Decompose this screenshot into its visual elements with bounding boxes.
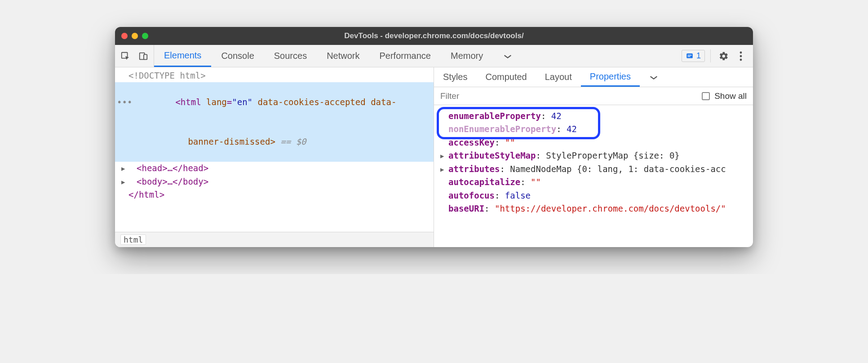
- panel-tabs: Elements Console Sources Network Perform…: [154, 45, 523, 67]
- devtools-window: DevTools - developer.chrome.com/docs/dev…: [115, 27, 753, 247]
- show-all-label: Show all: [714, 91, 747, 101]
- property-name: autocapitalize: [448, 177, 520, 187]
- dom-html-open-cont[interactable]: banner-dismissed> == $0: [115, 122, 434, 162]
- breadcrumb: html: [115, 232, 434, 247]
- issues-count: 1: [696, 51, 701, 61]
- settings-gear-icon[interactable]: [716, 45, 731, 67]
- property-name: nonEnumerableProperty: [448, 124, 556, 134]
- subtabs-overflow-icon[interactable]: [640, 67, 668, 87]
- property-value: 42: [551, 111, 562, 121]
- svg-point-6: [740, 51, 742, 53]
- property-name: autofocus: [448, 190, 495, 200]
- svg-rect-5: [687, 56, 690, 57]
- tab-memory[interactable]: Memory: [441, 45, 493, 67]
- subtab-properties[interactable]: Properties: [581, 67, 640, 87]
- side-panel: Styles Computed Layout Properties Show a…: [434, 67, 753, 247]
- minimize-window-button[interactable]: [132, 33, 138, 39]
- property-name: attributes: [448, 164, 500, 174]
- zoom-window-button[interactable]: [142, 33, 148, 39]
- colon: :: [495, 137, 505, 147]
- tab-performance[interactable]: Performance: [370, 45, 441, 67]
- tab-console[interactable]: Console: [211, 45, 264, 67]
- inspect-element-icon[interactable]: [118, 45, 133, 67]
- property-row[interactable]: autofocus: false: [440, 189, 753, 202]
- property-row[interactable]: baseURI: "https://developer.chrome.com/d…: [440, 202, 753, 215]
- svg-rect-2: [144, 54, 147, 59]
- colon: :: [495, 190, 505, 200]
- expand-arrow-icon[interactable]: ▶: [440, 165, 444, 175]
- show-all-checkbox[interactable]: [702, 92, 710, 100]
- colon: :: [520, 177, 531, 187]
- tab-sources[interactable]: Sources: [264, 45, 317, 67]
- titlebar: DevTools - developer.chrome.com/docs/dev…: [115, 27, 753, 45]
- colon: :: [536, 151, 546, 160]
- property-value: NamedNodeMap {0: lang, 1: data-cookies-a…: [510, 164, 726, 174]
- colon: :: [500, 164, 510, 174]
- filter-row: Show all: [434, 87, 753, 105]
- side-panel-tabs: Styles Computed Layout Properties: [434, 67, 753, 87]
- subtab-layout[interactable]: Layout: [536, 67, 581, 87]
- svg-point-7: [740, 55, 742, 57]
- property-value: "https://developer.chrome.com/docs/devto…: [495, 204, 726, 213]
- divider: [710, 49, 711, 62]
- tabs-overflow-icon[interactable]: [493, 45, 523, 67]
- property-name: attributeStyleMap: [448, 151, 536, 160]
- dom-doctype[interactable]: <!DOCTYPE html>: [115, 69, 434, 82]
- property-row[interactable]: ▶attributes: NamedNodeMap {0: lang, 1: d…: [440, 163, 753, 176]
- dom-head[interactable]: ▶<head>…</head>: [115, 162, 434, 175]
- breadcrumb-html[interactable]: html: [120, 235, 146, 245]
- property-row[interactable]: autocapitalize: "": [440, 176, 753, 189]
- tab-elements[interactable]: Elements: [154, 45, 211, 67]
- svg-rect-4: [687, 55, 691, 56]
- property-name: baseURI: [448, 204, 484, 213]
- expand-arrow-icon[interactable]: ▶: [121, 164, 125, 174]
- property-name: enumerableProperty: [448, 111, 541, 121]
- dom-tree[interactable]: <!DOCTYPE html> •••<html lang="en" data-…: [115, 67, 434, 232]
- more-menu-icon[interactable]: [733, 45, 748, 67]
- ellipsis-icon: •••: [117, 96, 132, 109]
- elements-panel: <!DOCTYPE html> •••<html lang="en" data-…: [115, 67, 434, 247]
- dom-body[interactable]: ▶<body>…</body>: [115, 175, 434, 188]
- property-row[interactable]: nonEnumerableProperty: 42: [440, 123, 753, 136]
- window-title: DevTools - developer.chrome.com/docs/dev…: [115, 31, 753, 40]
- expand-arrow-icon[interactable]: ▶: [121, 177, 125, 187]
- property-row[interactable]: ▶attributeStyleMap: StylePropertyMap {si…: [440, 149, 753, 162]
- property-value: 42: [567, 124, 577, 134]
- colon: :: [484, 204, 495, 213]
- property-name: accessKey: [448, 137, 495, 147]
- svg-point-8: [740, 58, 742, 61]
- device-toolbar-icon[interactable]: [136, 45, 151, 67]
- properties-list[interactable]: enumerableProperty: 42nonEnumerablePrope…: [434, 105, 753, 247]
- svg-rect-3: [686, 53, 693, 58]
- main-toolbar: Elements Console Sources Network Perform…: [115, 45, 753, 67]
- expand-arrow-icon[interactable]: ▶: [440, 151, 444, 161]
- dom-html-open[interactable]: •••<html lang="en" data-cookies-accepted…: [115, 82, 434, 122]
- filter-input[interactable]: [440, 91, 697, 101]
- colon: :: [556, 124, 567, 134]
- property-row[interactable]: accessKey: "": [440, 136, 753, 149]
- tab-network[interactable]: Network: [317, 45, 369, 67]
- subtab-styles[interactable]: Styles: [434, 67, 476, 87]
- subtab-computed[interactable]: Computed: [476, 67, 536, 87]
- property-value: false: [505, 190, 531, 200]
- colon: :: [541, 111, 551, 121]
- dom-html-close[interactable]: </html>: [115, 188, 434, 201]
- window-controls: [121, 33, 148, 39]
- content-area: <!DOCTYPE html> •••<html lang="en" data-…: [115, 67, 753, 247]
- property-row[interactable]: enumerableProperty: 42: [440, 110, 753, 123]
- property-value: "": [531, 177, 541, 187]
- close-window-button[interactable]: [121, 33, 128, 39]
- property-value: "": [505, 137, 515, 147]
- property-value: StylePropertyMap {size: 0}: [546, 151, 679, 160]
- issues-badge[interactable]: 1: [682, 50, 705, 62]
